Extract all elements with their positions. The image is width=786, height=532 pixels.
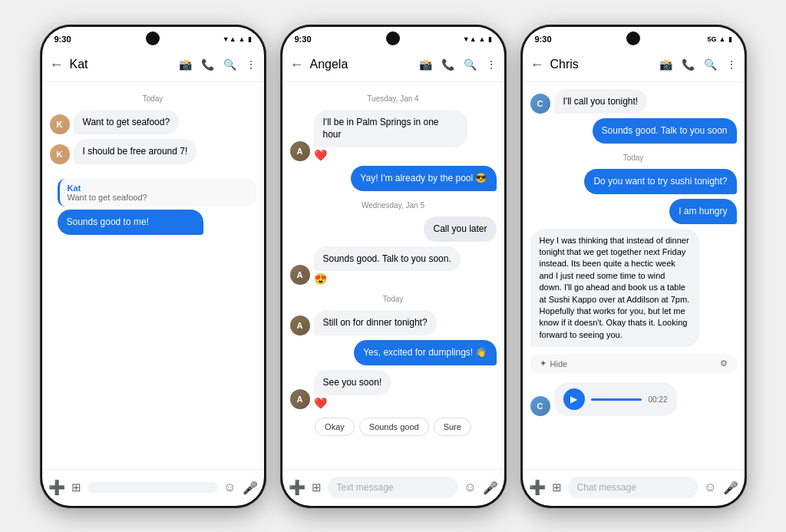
- text-input-chris[interactable]: Chat message: [568, 477, 698, 498]
- more-icon-chris[interactable]: ⋮: [726, 58, 737, 71]
- header-icons-kat: 📸 📞 🔍 ⋮: [179, 58, 256, 71]
- input-bar-kat: ➕ ⊞ ☺ 🎤: [42, 469, 264, 506]
- play-button[interactable]: ▶: [563, 388, 585, 410]
- add-icon-chris[interactable]: ➕: [529, 479, 546, 496]
- date-today-a: Today: [290, 295, 497, 303]
- reply-bubble: Sounds good to me!: [58, 210, 203, 235]
- battery-icon-a: ▮: [488, 35, 492, 43]
- chr-bubble-4: I am hungry: [669, 199, 736, 224]
- search-icon-kat[interactable]: 🔍: [223, 58, 236, 71]
- ang-msg-7: A See you soon! ❤️: [290, 370, 497, 409]
- wifi-icon-a: ▲: [479, 35, 486, 43]
- ang-msg-4-wrap: Sounds good. Talk to you soon. 😍: [314, 246, 461, 286]
- date-today-c: Today: [530, 154, 737, 162]
- chip-sounds-good[interactable]: Sounds good: [359, 418, 429, 436]
- avatar-angela-4: A: [290, 389, 310, 409]
- video-icon-angela[interactable]: 📸: [419, 58, 432, 71]
- ang-bubble-2: Yay! I'm already by the pool 😎: [351, 166, 496, 191]
- avatar-kat: K: [50, 114, 70, 134]
- phone-chris: 9:30 5G ▲ ▮ ← Chris 📸 📞 🔍 ⋮: [520, 25, 747, 508]
- signal-icon: ▼▲: [223, 35, 236, 43]
- chr-bubble-3: Do you want to try sushi tonight?: [584, 169, 736, 194]
- phone-icon-kat[interactable]: 📞: [201, 58, 214, 71]
- ang-msg-1: A I'll be in Palm Springs in one hour ❤️: [290, 110, 497, 162]
- ang-msg-4: A Sounds good. Talk to you soon. 😍: [290, 246, 497, 286]
- reply-quoted: Want to get seafood?: [68, 193, 249, 202]
- chr-msg-5: Hey I was thinking that instead of dinne…: [530, 229, 737, 348]
- search-icon-chris[interactable]: 🔍: [704, 58, 717, 71]
- camera-angela: [386, 31, 400, 45]
- status-bar-kat: 9:30 ▼▲ ▲ ▮: [42, 27, 264, 48]
- date-label-kat: Today: [50, 94, 256, 103]
- phone-icon-angela[interactable]: 📞: [441, 58, 454, 71]
- back-button-angela[interactable]: ←: [290, 57, 304, 73]
- add-icon-kat[interactable]: ➕: [48, 479, 65, 496]
- emoji-icon-angela[interactable]: ☺: [464, 481, 476, 494]
- chr-msg-2: Sounds good. Talk to you soon: [530, 118, 737, 144]
- more-icon-kat[interactable]: ⋮: [246, 58, 256, 71]
- mic-icon-kat[interactable]: 🎤: [243, 481, 258, 495]
- sticker-icon-kat[interactable]: ⊞: [71, 481, 81, 494]
- hide-label[interactable]: Hide: [550, 359, 568, 368]
- bubble-1: Want to get seafood?: [74, 110, 180, 135]
- mic-icon-chris[interactable]: 🎤: [723, 481, 738, 495]
- text-input-kat[interactable]: [88, 482, 218, 493]
- msg-row-2: K I should be free around 7!: [50, 139, 256, 164]
- time-angela: 9:30: [295, 35, 312, 44]
- mic-icon-angela[interactable]: 🎤: [483, 481, 498, 495]
- phone-angela: 9:30 ▼▲ ▲ ▮ ← Angela 📸 📞 🔍 ⋮ T: [280, 25, 507, 508]
- add-icon-angela[interactable]: ➕: [289, 479, 305, 496]
- wifi-icon: ▲: [239, 35, 246, 43]
- chr-msg-1: C I'll call you tonight!: [530, 89, 737, 114]
- chr-bubble-5: Hey I was thinking that instead of dinne…: [530, 229, 699, 348]
- settings-icon[interactable]: ⚙: [720, 359, 728, 368]
- video-icon-chris[interactable]: 📸: [659, 58, 672, 71]
- header-angela: ← Angela 📸 📞 🔍 ⋮: [282, 48, 504, 82]
- suggested-replies-angela: Okay Sounds good Sure: [290, 413, 497, 441]
- header-icons-angela: 📸 📞 🔍 ⋮: [419, 58, 497, 71]
- avatar-chris-voice: C: [530, 396, 550, 416]
- avatar-angela-1: A: [290, 141, 310, 161]
- search-icon-angela[interactable]: 🔍: [464, 58, 477, 71]
- emoji-icon-chris[interactable]: ☺: [704, 481, 716, 494]
- chip-okay[interactable]: Okay: [315, 418, 355, 436]
- ang-msg-1-wrap: I'll be in Palm Springs in one hour ❤️: [314, 110, 467, 162]
- ang-bubble-7: See you soon!: [314, 370, 391, 395]
- date-wed: Wednesday, Jan 5: [290, 201, 497, 210]
- ang-bubble-1: I'll be in Palm Springs in one hour: [314, 110, 467, 148]
- phones-container: 9:30 ▼▲ ▲ ▮ ← Kat 📸 📞 🔍 ⋮: [25, 9, 762, 524]
- video-icon-kat[interactable]: 📸: [179, 58, 192, 71]
- back-button-kat[interactable]: ←: [50, 57, 64, 73]
- time-chris: 9:30: [535, 35, 552, 44]
- chat-area-chris: C I'll call you tonight! Sounds good. Ta…: [523, 82, 745, 469]
- wave-form: [591, 398, 642, 401]
- chr-msg-4: I am hungry: [530, 199, 737, 224]
- more-icon-angela[interactable]: ⋮: [486, 58, 497, 71]
- sticker-icon-angela[interactable]: ⊞: [312, 481, 322, 494]
- ang-msg-3: Call you later: [290, 216, 497, 242]
- ang-msg-2: Yay! I'm already by the pool 😎: [290, 166, 497, 191]
- 5g-icon: 5G: [708, 35, 717, 43]
- contact-name-angela: Angela: [310, 58, 413, 71]
- phone-icon-chris[interactable]: 📞: [682, 58, 695, 71]
- reaction-2: 😍: [314, 273, 461, 285]
- ang-bubble-5: Still on for dinner tonight?: [314, 310, 437, 335]
- status-icons-kat: ▼▲ ▲ ▮: [223, 35, 252, 43]
- avatar-angela-2: A: [290, 265, 310, 285]
- header-chris: ← Chris 📸 📞 🔍 ⋮: [523, 48, 745, 82]
- back-button-chris[interactable]: ←: [530, 57, 544, 73]
- text-input-angela[interactable]: Text message: [328, 477, 458, 498]
- chat-area-angela: Tuesday, Jan 4 A I'll be in Palm Springs…: [282, 82, 504, 469]
- input-bar-angela: ➕ ⊞ Text message ☺ 🎤: [282, 469, 504, 506]
- ang-bubble-3: Call you later: [424, 216, 496, 242]
- header-kat: ← Kat 📸 📞 🔍 ⋮: [42, 48, 264, 82]
- camera-kat: [146, 31, 160, 45]
- avatar-kat-2: K: [50, 144, 70, 164]
- ang-msg-5: A Still on for dinner tonight?: [290, 310, 497, 335]
- chat-area-kat: Today K Want to get seafood? K I should …: [42, 82, 264, 469]
- emoji-icon-kat[interactable]: ☺: [223, 481, 236, 494]
- status-icons-angela: ▼▲ ▲ ▮: [463, 35, 492, 43]
- sticker-icon-chris[interactable]: ⊞: [552, 481, 562, 494]
- chip-sure[interactable]: Sure: [434, 418, 471, 436]
- avatar-chris-1: C: [530, 94, 550, 114]
